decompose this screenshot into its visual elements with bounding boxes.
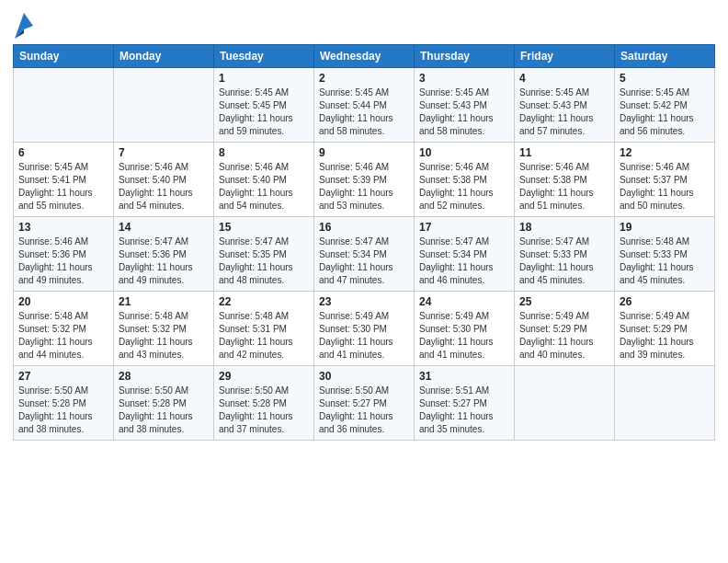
day-info: Sunrise: 5:50 AMSunset: 5:27 PMDaylight:… xyxy=(319,385,409,436)
calendar-cell: 27Sunrise: 5:50 AMSunset: 5:28 PMDayligh… xyxy=(14,366,114,441)
calendar-cell: 12Sunrise: 5:46 AMSunset: 5:37 PMDayligh… xyxy=(615,143,715,217)
header xyxy=(13,9,715,39)
calendar-cell: 5Sunrise: 5:45 AMSunset: 5:42 PMDaylight… xyxy=(615,68,715,143)
day-info: Sunrise: 5:47 AMSunset: 5:35 PMDaylight:… xyxy=(219,236,309,287)
day-number: 20 xyxy=(18,295,108,308)
calendar-cell: 2Sunrise: 5:45 AMSunset: 5:44 PMDaylight… xyxy=(314,68,415,143)
weekday-header-thursday: Thursday xyxy=(415,45,515,68)
day-info: Sunrise: 5:51 AMSunset: 5:27 PMDaylight:… xyxy=(419,385,509,436)
week-row-3: 13Sunrise: 5:46 AMSunset: 5:36 PMDayligh… xyxy=(14,217,715,292)
calendar-cell: 20Sunrise: 5:48 AMSunset: 5:32 PMDayligh… xyxy=(14,292,114,366)
day-number: 26 xyxy=(620,295,710,308)
day-number: 30 xyxy=(319,370,409,383)
logo xyxy=(13,13,33,39)
day-number: 17 xyxy=(419,221,509,234)
calendar-cell: 1Sunrise: 5:45 AMSunset: 5:45 PMDaylight… xyxy=(214,68,314,143)
day-number: 19 xyxy=(620,221,710,234)
day-info: Sunrise: 5:45 AMSunset: 5:45 PMDaylight:… xyxy=(219,86,309,138)
day-info: Sunrise: 5:45 AMSunset: 5:43 PMDaylight:… xyxy=(419,86,509,138)
day-number: 28 xyxy=(119,370,209,383)
day-info: Sunrise: 5:47 AMSunset: 5:36 PMDaylight:… xyxy=(119,236,209,287)
day-info: Sunrise: 5:45 AMSunset: 5:44 PMDaylight:… xyxy=(319,86,409,138)
day-info: Sunrise: 5:50 AMSunset: 5:28 PMDaylight:… xyxy=(219,385,309,436)
day-info: Sunrise: 5:50 AMSunset: 5:28 PMDaylight:… xyxy=(18,385,108,436)
weekday-header-monday: Monday xyxy=(114,45,214,68)
weekday-header-row: SundayMondayTuesdayWednesdayThursdayFrid… xyxy=(14,45,715,68)
day-number: 27 xyxy=(18,370,108,383)
day-number: 22 xyxy=(219,295,309,308)
calendar-cell: 31Sunrise: 5:51 AMSunset: 5:27 PMDayligh… xyxy=(415,366,515,441)
weekday-header-tuesday: Tuesday xyxy=(214,45,314,68)
calendar-cell: 22Sunrise: 5:48 AMSunset: 5:31 PMDayligh… xyxy=(214,292,314,366)
day-info: Sunrise: 5:49 AMSunset: 5:30 PMDaylight:… xyxy=(319,310,409,362)
day-number: 6 xyxy=(18,146,108,159)
day-number: 14 xyxy=(119,221,209,234)
calendar-cell: 8Sunrise: 5:46 AMSunset: 5:40 PMDaylight… xyxy=(214,143,314,217)
day-info: Sunrise: 5:47 AMSunset: 5:34 PMDaylight:… xyxy=(419,236,509,287)
day-info: Sunrise: 5:49 AMSunset: 5:29 PMDaylight:… xyxy=(519,310,609,362)
day-info: Sunrise: 5:45 AMSunset: 5:41 PMDaylight:… xyxy=(18,161,108,213)
day-info: Sunrise: 5:45 AMSunset: 5:43 PMDaylight:… xyxy=(519,86,609,138)
week-row-5: 27Sunrise: 5:50 AMSunset: 5:28 PMDayligh… xyxy=(14,366,715,441)
day-info: Sunrise: 5:48 AMSunset: 5:32 PMDaylight:… xyxy=(119,310,209,362)
day-info: Sunrise: 5:48 AMSunset: 5:33 PMDaylight:… xyxy=(620,236,710,287)
week-row-4: 20Sunrise: 5:48 AMSunset: 5:32 PMDayligh… xyxy=(14,292,715,366)
day-number: 7 xyxy=(119,146,209,159)
calendar-cell: 26Sunrise: 5:49 AMSunset: 5:29 PMDayligh… xyxy=(615,292,715,366)
calendar-cell: 15Sunrise: 5:47 AMSunset: 5:35 PMDayligh… xyxy=(214,217,314,292)
day-info: Sunrise: 5:49 AMSunset: 5:29 PMDaylight:… xyxy=(620,310,710,362)
day-info: Sunrise: 5:47 AMSunset: 5:33 PMDaylight:… xyxy=(519,236,609,287)
day-info: Sunrise: 5:45 AMSunset: 5:42 PMDaylight:… xyxy=(620,86,710,138)
day-info: Sunrise: 5:46 AMSunset: 5:38 PMDaylight:… xyxy=(419,161,509,213)
calendar-cell: 28Sunrise: 5:50 AMSunset: 5:28 PMDayligh… xyxy=(114,366,214,441)
day-number: 3 xyxy=(419,72,509,85)
day-number: 24 xyxy=(419,295,509,308)
calendar-cell: 17Sunrise: 5:47 AMSunset: 5:34 PMDayligh… xyxy=(415,217,515,292)
logo-bird-icon xyxy=(15,13,33,39)
day-number: 25 xyxy=(519,295,609,308)
day-info: Sunrise: 5:46 AMSunset: 5:37 PMDaylight:… xyxy=(620,161,710,213)
weekday-header-saturday: Saturday xyxy=(615,45,715,68)
day-info: Sunrise: 5:46 AMSunset: 5:40 PMDaylight:… xyxy=(119,161,209,213)
day-info: Sunrise: 5:46 AMSunset: 5:38 PMDaylight:… xyxy=(519,161,609,213)
calendar-cell: 3Sunrise: 5:45 AMSunset: 5:43 PMDaylight… xyxy=(415,68,515,143)
calendar-cell: 16Sunrise: 5:47 AMSunset: 5:34 PMDayligh… xyxy=(314,217,415,292)
calendar-cell: 11Sunrise: 5:46 AMSunset: 5:38 PMDayligh… xyxy=(515,143,615,217)
day-info: Sunrise: 5:50 AMSunset: 5:28 PMDaylight:… xyxy=(119,385,209,436)
day-number: 1 xyxy=(219,72,309,85)
calendar-cell xyxy=(114,68,214,143)
day-info: Sunrise: 5:46 AMSunset: 5:39 PMDaylight:… xyxy=(319,161,409,213)
day-info: Sunrise: 5:47 AMSunset: 5:34 PMDaylight:… xyxy=(319,236,409,287)
calendar-cell xyxy=(14,68,114,143)
day-number: 10 xyxy=(419,146,509,159)
week-row-2: 6Sunrise: 5:45 AMSunset: 5:41 PMDaylight… xyxy=(14,143,715,217)
calendar-cell: 25Sunrise: 5:49 AMSunset: 5:29 PMDayligh… xyxy=(515,292,615,366)
day-number: 9 xyxy=(319,146,409,159)
day-number: 8 xyxy=(219,146,309,159)
day-info: Sunrise: 5:46 AMSunset: 5:36 PMDaylight:… xyxy=(18,236,108,287)
day-number: 21 xyxy=(119,295,209,308)
day-info: Sunrise: 5:49 AMSunset: 5:30 PMDaylight:… xyxy=(419,310,509,362)
calendar-cell: 29Sunrise: 5:50 AMSunset: 5:28 PMDayligh… xyxy=(214,366,314,441)
day-info: Sunrise: 5:46 AMSunset: 5:40 PMDaylight:… xyxy=(219,161,309,213)
weekday-header-wednesday: Wednesday xyxy=(314,45,415,68)
day-number: 31 xyxy=(419,370,509,383)
day-number: 15 xyxy=(219,221,309,234)
day-number: 4 xyxy=(519,72,609,85)
day-number: 11 xyxy=(519,146,609,159)
calendar-cell: 24Sunrise: 5:49 AMSunset: 5:30 PMDayligh… xyxy=(415,292,515,366)
calendar-cell: 9Sunrise: 5:46 AMSunset: 5:39 PMDaylight… xyxy=(314,143,415,217)
weekday-header-friday: Friday xyxy=(515,45,615,68)
calendar-page: SundayMondayTuesdayWednesdayThursdayFrid… xyxy=(0,0,728,563)
weekday-header-sunday: Sunday xyxy=(14,45,114,68)
calendar-cell: 13Sunrise: 5:46 AMSunset: 5:36 PMDayligh… xyxy=(14,217,114,292)
day-number: 2 xyxy=(319,72,409,85)
day-number: 13 xyxy=(18,221,108,234)
day-info: Sunrise: 5:48 AMSunset: 5:31 PMDaylight:… xyxy=(219,310,309,362)
calendar-cell: 19Sunrise: 5:48 AMSunset: 5:33 PMDayligh… xyxy=(615,217,715,292)
day-number: 12 xyxy=(620,146,710,159)
day-info: Sunrise: 5:48 AMSunset: 5:32 PMDaylight:… xyxy=(18,310,108,362)
calendar-cell xyxy=(615,366,715,441)
day-number: 16 xyxy=(319,221,409,234)
day-number: 18 xyxy=(519,221,609,234)
